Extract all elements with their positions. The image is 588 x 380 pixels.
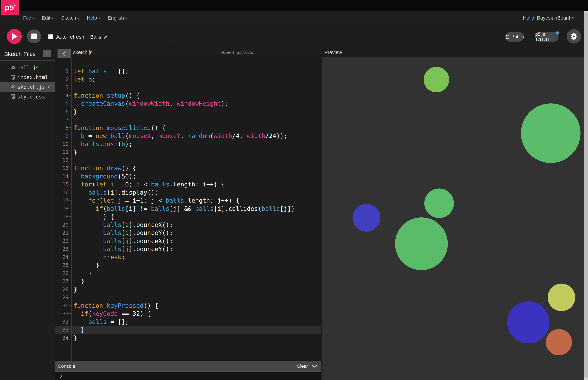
line-number: 30 [55,302,69,310]
fold-spacer [69,277,72,285]
code-line-32[interactable]: 32 balls = []; [55,318,321,326]
code-line-18[interactable]: 18 if(balls[i] != balls[j] && balls[i].c… [55,205,321,213]
menu-file[interactable]: File▾ [23,15,34,21]
code-line-27[interactable]: 27 } [55,277,321,285]
file-options-caret-icon[interactable]: ▾ [47,84,50,90]
file-item-ball-js[interactable]: JS ball.js [0,63,55,73]
chevron-down-icon: ▾ [52,16,54,20]
code-line-16[interactable]: 16 balls[i].display(); [55,189,321,197]
code-line-7[interactable]: 7 [55,116,321,124]
code-text: } [72,269,92,277]
fold-arrow-icon[interactable]: ▾ [69,164,72,172]
add-file-button[interactable]: + [43,50,51,57]
code-line-25[interactable]: 25 } [55,261,321,269]
code-line-5[interactable]: 5 createCanvas(windowWidth, windowHeight… [55,99,321,108]
code-line-8[interactable]: 8▾function mouseClicked() { [55,124,321,132]
stop-button[interactable] [27,29,41,43]
collapse-sidebar-button[interactable] [57,49,71,58]
open-file-tab[interactable]: sketch.js [73,50,92,55]
code-line-17[interactable]: 17▾ for(let j = i+1; j < balls.length; j… [55,196,321,205]
fold-arrow-icon[interactable]: ▾ [69,180,72,189]
code-line-30[interactable]: 30▾function keyPressed() { [55,302,321,310]
p5-logo[interactable]: p5* [1,0,19,15]
fold-arrow-icon[interactable]: ▾ [69,92,72,100]
file-item-sketch-js[interactable]: JS sketch.js ▾ [0,82,55,92]
preview-ball-2 [521,103,581,163]
fold-spacer [69,75,72,83]
code-line-29[interactable]: 29 [55,293,321,302]
code-line-13[interactable]: 13▾function draw() { [55,164,321,172]
line-number: 32 [55,318,69,326]
fold-spacer [69,221,72,229]
line-number: 22 [55,237,69,245]
code-editor[interactable]: 1let balls = [];2let b;34▾function setup… [55,58,321,361]
play-button[interactable] [7,29,22,44]
fold-arrow-icon[interactable]: ▾ [69,196,72,205]
fold-arrow-icon[interactable]: ▾ [69,124,72,132]
code-text: balls = []; [72,318,129,326]
fold-arrow-icon[interactable]: ▾ [69,310,72,318]
file-item-index-html[interactable]: index.html [0,73,55,82]
code-text: b = new ball(mouseX, mouseY, random(widt… [72,132,287,140]
file-item-style-css[interactable]: style.css [0,92,55,102]
code-text [72,116,74,124]
scrollbar-thumb[interactable] [584,12,588,378]
code-line-33[interactable]: 33 } [55,326,321,334]
console-collapse-chevron-icon[interactable] [312,365,317,368]
preview-label: Preview [324,50,342,55]
code-line-28[interactable]: 28} [55,285,321,294]
visibility-button[interactable]: Public [505,32,524,42]
fold-spacer [69,132,72,140]
menu-language[interactable]: English▾ [108,15,127,21]
code-line-4[interactable]: 4▾function setup() { [55,92,321,100]
version-button[interactable]: p5.js 1.11.11 [535,32,559,42]
code-line-11[interactable]: 11} [55,148,321,156]
fold-spacer [69,253,72,261]
chevron-down-icon: ▾ [33,16,34,20]
code-line-12[interactable]: 12 [55,156,321,164]
settings-button[interactable] [567,29,581,43]
fold-arrow-icon[interactable]: ▾ [69,302,72,310]
code-line-14[interactable]: 14 background(50); [55,172,321,180]
line-number: 2 [55,75,69,83]
top-navbar: File▾ Edit▾ Sketch▾ Help▾ English▾ Hello… [0,11,588,25]
code-line-22[interactable]: 22 balls[j].bounceX(); [55,237,321,245]
user-menu[interactable]: Hello, BayesianBean! ▾ [523,11,574,25]
code-line-23[interactable]: 23 balls[j].bounceY(); [55,245,321,253]
line-number: 8 [55,124,69,132]
line-number: 34 [55,334,69,342]
fold-spacer [69,108,72,116]
fold-spacer [69,83,72,92]
fold-arrow-icon[interactable]: ▾ [69,213,72,221]
code-line-19[interactable]: 19▾ ) { [55,213,321,221]
console-input-area[interactable] [55,372,321,380]
sketch-canvas[interactable] [322,57,584,380]
code-line-2[interactable]: 2let b; [55,75,321,83]
code-text: if(keyCode == 32) { [72,310,151,318]
code-line-24[interactable]: 24 break; [55,253,321,261]
code-text: } [72,285,77,294]
fold-spacer [69,293,72,302]
code-line-31[interactable]: 31▾ if(keyCode == 32) { [55,310,321,318]
fold-spacer [69,172,72,180]
menu-edit[interactable]: Edit▾ [42,15,54,21]
auto-refresh-checkbox[interactable] [48,34,53,39]
code-line-1[interactable]: 1let balls = []; [55,67,321,75]
menu-sketch[interactable]: Sketch▾ [61,15,79,21]
code-line-6[interactable]: 6} [55,108,321,116]
code-line-3[interactable]: 3 [55,83,321,92]
code-line-10[interactable]: 10 balls.push(b); [55,140,321,148]
code-line-34[interactable]: 34} [55,334,321,342]
line-number: 29 [55,293,69,302]
code-line-20[interactable]: 20 balls[i].bounceX(); [55,221,321,229]
code-line-21[interactable]: 21 balls[i].bounceY(); [55,229,321,237]
code-line-9[interactable]: 9 b = new ball(mouseX, mouseY, random(wi… [55,132,321,140]
code-text: balls[i].bounceX(); [72,221,173,229]
menu-help[interactable]: Help▾ [87,15,100,21]
console-clear-button[interactable]: Clear [297,363,308,369]
code-line-15[interactable]: 15▾ for(let i = 0; i < balls.length; i++… [55,180,321,189]
code-line-26[interactable]: 26 } [55,269,321,277]
edit-pencil-icon[interactable] [104,35,108,39]
line-number: 4 [55,92,69,100]
code-text: ) { [72,213,114,221]
